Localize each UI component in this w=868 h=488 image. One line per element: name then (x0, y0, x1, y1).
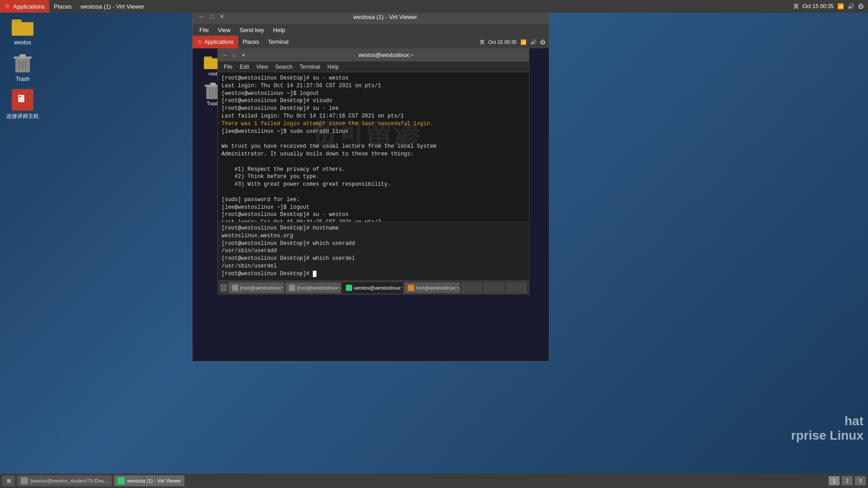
panel-show-desktop-btn[interactable]: ⊞ (2, 475, 15, 486)
desktop-icon-area: westos Trash 🖥 (5, 16, 41, 120)
terminal-menu-search[interactable]: Search (272, 61, 296, 72)
virt-viewer-menu-file[interactable]: File (195, 24, 213, 36)
virt-viewer-minimize-btn[interactable]: ─ (197, 13, 205, 21)
terminal2-line-6: /usr/sbin/userdel (222, 263, 525, 270)
outer-taskbar: 🔴 Applications Places westosa (1) - Virt… (0, 0, 868, 13)
terminal-close-btn[interactable]: ✕ (240, 52, 247, 59)
workspace-2[interactable]: 2 (842, 476, 853, 485)
workspace-3[interactable]: 3 (855, 476, 866, 485)
svg-text:🖥: 🖥 (16, 93, 26, 104)
terminal-line-7: There was 1 failed login attempt since t… (222, 120, 525, 128)
terminal-line-20: Last login: Fri Oct 15 00:31:25 CST 2021… (222, 219, 525, 222)
terminal-menu-edit[interactable]: Edit (236, 61, 253, 72)
outer-places-menu[interactable]: Places (49, 0, 76, 13)
desktop-icon-trash[interactable]: Trash (5, 52, 41, 82)
terminal-line-10: We trust you have received the usual lec… (222, 143, 525, 150)
virt-viewer-menubar: File View Send key Help (193, 24, 549, 36)
westos-folder-icon (12, 16, 33, 38)
terminal-expand-btn[interactable]: ⛶ (220, 284, 227, 292)
outer-window-title: westosa (1) - Virt Viewer (76, 0, 149, 13)
terminal-tab-empty-2 (483, 282, 504, 293)
outer-sound-icon: 🔊 (848, 3, 854, 9)
desktop-icon-connected[interactable]: 🖥 连接讲师主机 (5, 89, 41, 120)
terminal2-line-4: /usr/sbin/useradd (222, 247, 525, 255)
inner-terminal-label: Terminal (268, 39, 288, 45)
inner-places-label: Places (243, 39, 259, 45)
inner-icon-root-label: root (209, 71, 217, 76)
outer-bottom-panel: ⊞ [westos@westos_student73:/Des... westo… (0, 474, 868, 488)
terminal-line-14: #2) Think before you type. (222, 173, 525, 181)
terminal-content[interactable]: [root@westoslinux Desktop]# su - westos … (218, 72, 529, 222)
terminal-tab-1-label: [root@westoslinux~/... (240, 285, 284, 291)
inner-power-icon: ⏻ (540, 39, 545, 45)
terminal-line-1: [root@westoslinux Desktop]# su - westos (222, 75, 525, 82)
virt-viewer-window: ─ □ ✕ westosa (1) - Virt Viewer File Vie… (192, 9, 549, 361)
outer-applications-menu[interactable]: 🔴 Applications (0, 0, 49, 13)
terminal-win-buttons: ─ □ ✕ (222, 52, 247, 59)
virt-viewer-menu-sendkey[interactable]: Send key (235, 24, 269, 36)
right-side-text: hat rprise Linux (791, 414, 863, 443)
terminal-maximize-btn[interactable]: □ (231, 52, 238, 59)
right-text-line1: hat (791, 414, 863, 428)
terminal-line-18: [lee@westoslinux ~]$ logout (222, 204, 525, 211)
virt-viewer-maximize-btn[interactable]: □ (208, 13, 216, 21)
terminal-line-11: Administrator. It usually boils down to … (222, 150, 525, 158)
svg-rect-10 (210, 83, 216, 85)
trash-icon (12, 52, 33, 74)
terminal-minimize-btn[interactable]: ─ (222, 52, 229, 59)
inner-taskbar: 🔴 Applications Places Terminal 英 Oct 15 … (193, 36, 549, 48)
terminal-line-5: [root@westoslinux Desktop]# su - lee (222, 105, 525, 113)
terminal-tab-empty-3 (506, 282, 527, 293)
inner-places-btn[interactable]: Places (238, 36, 264, 48)
outer-power-icon: ⏻ (858, 3, 863, 9)
outer-network-icon: 📶 (837, 3, 844, 9)
virt-viewer-close-btn[interactable]: ✕ (218, 13, 226, 21)
outer-keyboard-layout: 英 (793, 3, 799, 10)
taskbar-item-westos-label: [westos@westos_student73:/Des... (30, 478, 108, 483)
terminal-titlebar: ─ □ ✕ westos@westoslinux:~ (218, 49, 529, 61)
taskbar-item-virt-viewer-label: westosa (1) - Virt Viewer (127, 478, 181, 483)
inner-desktop-area: root Tra (193, 48, 549, 361)
terminal-line-19: [root@westoslinux Desktop]# su - westos (222, 211, 525, 219)
terminal-tab-2[interactable]: [root@westoslinux~/... (285, 282, 341, 293)
inner-datetime: Oct 15 00:35 (488, 39, 517, 45)
terminal-tab-3-label: westos@westoslinux:~... (354, 285, 402, 291)
terminal-line-12 (222, 158, 525, 166)
inner-apps-btn[interactable]: 🔴 Applications (193, 36, 238, 48)
desktop-icon-westos-label: westos (14, 39, 31, 46)
terminal-line-2: Last login: Thu Oct 14 21:27:56 CST 2021… (222, 82, 525, 90)
terminal-tab-4-icon (408, 285, 414, 291)
outer-apps-label[interactable]: Applications (13, 3, 45, 10)
taskbar-item-westos[interactable]: [westos@westos_student73:/Des... (17, 475, 112, 486)
virt-viewer-menu-view[interactable]: View (213, 24, 235, 36)
inner-network-icon: 📶 (520, 39, 527, 45)
terminal-line-9 (222, 135, 525, 143)
inner-terminal-btn[interactable]: Terminal (264, 36, 293, 48)
terminal-content-2[interactable]: [root@westoslinux Desktop]# hostname wes… (218, 222, 529, 281)
terminal-line-16 (222, 188, 525, 196)
virt-viewer-win-buttons: ─ □ ✕ (197, 13, 226, 21)
inner-keyboard-layout: 英 (480, 39, 485, 46)
terminal-tab-1[interactable]: [root@westoslinux~/... (228, 282, 284, 293)
terminal-menu-view[interactable]: View (253, 61, 272, 72)
terminal-line-4: [root@westoslinux Desktop]# visudo (222, 97, 525, 105)
virt-viewer-menu-help[interactable]: Help (269, 24, 290, 36)
terminal-menu-terminal[interactable]: Terminal (296, 61, 324, 72)
right-text-line2: rprise Linux (791, 428, 863, 443)
terminal-tab-4[interactable]: root@westoslinux:~/... (404, 282, 460, 293)
terminal-line-17: [sudo] password for lee: (222, 196, 525, 204)
workspace-1[interactable]: 1 (829, 476, 840, 485)
desktop-icon-westos[interactable]: westos (5, 16, 41, 46)
terminal-menu-help[interactable]: Help (324, 61, 342, 72)
terminal-tab-3[interactable]: westos@westoslinux:~... (342, 282, 402, 293)
terminal-window: ─ □ ✕ westos@westoslinux:~ File Edit (217, 48, 529, 295)
inner-apps-label: Applications (204, 39, 234, 45)
terminal-menu-file[interactable]: File (220, 61, 236, 72)
terminal-title: westos@westoslinux:~ (247, 52, 525, 58)
taskbar-item-westos-icon (21, 477, 28, 484)
connected-icon-shape: 🖥 (12, 89, 33, 111)
connected-svg: 🖥 (14, 91, 32, 109)
taskbar-item-virt-viewer[interactable]: westosa (1) - Virt Viewer (114, 475, 184, 486)
inner-apps-dot: 🔴 (197, 40, 203, 45)
desktop: 🔴 Applications Places westosa (1) - Virt… (0, 0, 868, 488)
